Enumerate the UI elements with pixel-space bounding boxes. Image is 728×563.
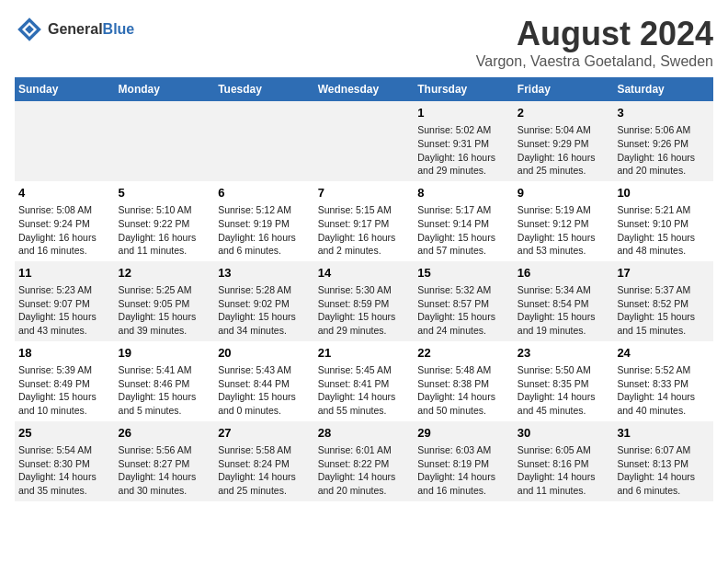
calendar-cell: 24Sunrise: 5:52 AMSunset: 8:33 PMDayligh… (613, 341, 713, 421)
col-tuesday: Tuesday (214, 77, 314, 101)
calendar-week-row: 4Sunrise: 5:08 AMSunset: 9:24 PMDaylight… (15, 181, 713, 261)
calendar-cell (115, 101, 215, 181)
col-monday: Monday (115, 77, 215, 101)
calendar-cell: 11Sunrise: 5:23 AMSunset: 9:07 PMDayligh… (15, 261, 115, 341)
calendar-cell: 18Sunrise: 5:39 AMSunset: 8:49 PMDayligh… (15, 341, 115, 421)
day-number: 3 (617, 105, 710, 121)
calendar-cell: 14Sunrise: 5:30 AMSunset: 8:59 PMDayligh… (314, 261, 415, 341)
day-number: 6 (218, 185, 311, 201)
day-info: Sunrise: 6:05 AMSunset: 8:16 PMDaylight:… (518, 443, 610, 498)
calendar-cell: 21Sunrise: 5:45 AMSunset: 8:41 PMDayligh… (314, 341, 415, 421)
calendar-cell: 5Sunrise: 5:10 AMSunset: 9:22 PMDaylight… (115, 181, 215, 261)
calendar-cell: 19Sunrise: 5:41 AMSunset: 8:46 PMDayligh… (115, 341, 215, 421)
col-friday: Friday (514, 77, 614, 101)
day-number: 10 (617, 185, 710, 201)
day-number: 16 (518, 265, 610, 282)
page-subtitle: Vargon, Vaestra Goetaland, Sweden (476, 53, 713, 70)
calendar-cell: 6Sunrise: 5:12 AMSunset: 9:19 PMDaylight… (214, 181, 314, 261)
day-info: Sunrise: 6:07 AMSunset: 8:13 PMDaylight:… (617, 443, 710, 498)
day-number: 15 (417, 265, 510, 282)
day-info: Sunrise: 6:03 AMSunset: 8:19 PMDaylight:… (417, 443, 510, 498)
day-info: Sunrise: 5:06 AMSunset: 9:26 PMDaylight:… (617, 123, 710, 178)
day-info: Sunrise: 5:08 AMSunset: 9:24 PMDaylight:… (18, 203, 111, 258)
day-info: Sunrise: 5:48 AMSunset: 8:38 PMDaylight:… (417, 363, 510, 418)
day-info: Sunrise: 5:23 AMSunset: 9:07 PMDaylight:… (18, 283, 111, 338)
logo: GeneralBlue (15, 15, 134, 44)
day-info: Sunrise: 5:10 AMSunset: 9:22 PMDaylight:… (119, 203, 211, 258)
day-info: Sunrise: 5:50 AMSunset: 8:35 PMDaylight:… (518, 363, 610, 418)
day-info: Sunrise: 5:19 AMSunset: 9:12 PMDaylight:… (518, 203, 610, 258)
day-info: Sunrise: 5:45 AMSunset: 8:41 PMDaylight:… (318, 363, 411, 418)
calendar-cell: 30Sunrise: 6:05 AMSunset: 8:16 PMDayligh… (514, 421, 614, 501)
calendar-cell: 7Sunrise: 5:15 AMSunset: 9:17 PMDaylight… (314, 181, 415, 261)
calendar-cell: 20Sunrise: 5:43 AMSunset: 8:44 PMDayligh… (214, 341, 314, 421)
calendar-cell: 9Sunrise: 5:19 AMSunset: 9:12 PMDaylight… (514, 181, 614, 261)
calendar-cell: 13Sunrise: 5:28 AMSunset: 9:02 PMDayligh… (214, 261, 314, 341)
calendar-table: Sunday Monday Tuesday Wednesday Thursday… (15, 77, 713, 501)
day-number: 14 (318, 265, 411, 282)
calendar-week-row: 11Sunrise: 5:23 AMSunset: 9:07 PMDayligh… (15, 261, 713, 341)
calendar-cell: 27Sunrise: 5:58 AMSunset: 8:24 PMDayligh… (214, 421, 314, 501)
day-number: 7 (318, 185, 411, 201)
calendar-cell: 28Sunrise: 6:01 AMSunset: 8:22 PMDayligh… (314, 421, 415, 501)
day-info: Sunrise: 5:58 AMSunset: 8:24 PMDaylight:… (218, 443, 311, 498)
day-info: Sunrise: 5:56 AMSunset: 8:27 PMDaylight:… (119, 443, 211, 498)
day-number: 22 (417, 345, 510, 362)
calendar-cell: 26Sunrise: 5:56 AMSunset: 8:27 PMDayligh… (115, 421, 215, 501)
page-header: GeneralBlue August 2024 Vargon, Vaestra … (15, 15, 713, 70)
day-number: 19 (119, 345, 211, 362)
day-number: 30 (518, 425, 610, 442)
day-info: Sunrise: 5:37 AMSunset: 8:52 PMDaylight:… (617, 283, 710, 338)
calendar-cell: 2Sunrise: 5:04 AMSunset: 9:29 PMDaylight… (514, 101, 614, 181)
day-number: 26 (119, 425, 211, 442)
calendar-cell: 23Sunrise: 5:50 AMSunset: 8:35 PMDayligh… (514, 341, 614, 421)
calendar-header-row: Sunday Monday Tuesday Wednesday Thursday… (15, 77, 713, 101)
day-info: Sunrise: 5:54 AMSunset: 8:30 PMDaylight:… (18, 443, 111, 498)
day-number: 18 (18, 345, 111, 362)
day-number: 8 (417, 185, 510, 201)
calendar-cell: 12Sunrise: 5:25 AMSunset: 9:05 PMDayligh… (115, 261, 215, 341)
day-number: 2 (518, 105, 610, 121)
day-info: Sunrise: 5:43 AMSunset: 8:44 PMDaylight:… (218, 363, 311, 418)
calendar-cell (314, 101, 415, 181)
day-number: 28 (318, 425, 411, 442)
day-number: 1 (417, 105, 510, 121)
day-number: 5 (119, 185, 211, 201)
day-info: Sunrise: 5:04 AMSunset: 9:29 PMDaylight:… (518, 123, 610, 178)
day-number: 9 (518, 185, 610, 201)
col-thursday: Thursday (414, 77, 514, 101)
calendar-cell: 1Sunrise: 5:02 AMSunset: 9:31 PMDaylight… (414, 101, 514, 181)
calendar-week-row: 1Sunrise: 5:02 AMSunset: 9:31 PMDaylight… (15, 101, 713, 181)
day-number: 20 (218, 345, 311, 362)
day-number: 25 (18, 425, 111, 442)
day-number: 24 (617, 345, 710, 362)
calendar-week-row: 25Sunrise: 5:54 AMSunset: 8:30 PMDayligh… (15, 421, 713, 501)
day-number: 21 (318, 345, 411, 362)
day-number: 29 (417, 425, 510, 442)
col-wednesday: Wednesday (314, 77, 415, 101)
day-number: 31 (617, 425, 710, 442)
day-info: Sunrise: 5:30 AMSunset: 8:59 PMDaylight:… (318, 283, 411, 338)
day-info: Sunrise: 5:41 AMSunset: 8:46 PMDaylight:… (119, 363, 211, 418)
day-number: 23 (518, 345, 610, 362)
day-info: Sunrise: 5:17 AMSunset: 9:14 PMDaylight:… (417, 203, 510, 258)
calendar-cell: 25Sunrise: 5:54 AMSunset: 8:30 PMDayligh… (15, 421, 115, 501)
day-number: 12 (119, 265, 211, 282)
calendar-cell: 31Sunrise: 6:07 AMSunset: 8:13 PMDayligh… (613, 421, 713, 501)
col-sunday: Sunday (15, 77, 115, 101)
day-number: 27 (218, 425, 311, 442)
calendar-cell (15, 101, 115, 181)
day-number: 17 (617, 265, 710, 282)
col-saturday: Saturday (613, 77, 713, 101)
calendar-cell: 3Sunrise: 5:06 AMSunset: 9:26 PMDaylight… (613, 101, 713, 181)
calendar-cell: 29Sunrise: 6:03 AMSunset: 8:19 PMDayligh… (414, 421, 514, 501)
day-number: 11 (18, 265, 111, 282)
page-title: August 2024 (476, 15, 713, 53)
day-info: Sunrise: 5:52 AMSunset: 8:33 PMDaylight:… (617, 363, 710, 418)
calendar-cell: 22Sunrise: 5:48 AMSunset: 8:38 PMDayligh… (414, 341, 514, 421)
day-info: Sunrise: 5:39 AMSunset: 8:49 PMDaylight:… (18, 363, 111, 418)
day-info: Sunrise: 5:32 AMSunset: 8:57 PMDaylight:… (417, 283, 510, 338)
title-block: August 2024 Vargon, Vaestra Goetaland, S… (476, 15, 713, 70)
calendar-cell: 10Sunrise: 5:21 AMSunset: 9:10 PMDayligh… (613, 181, 713, 261)
day-info: Sunrise: 5:34 AMSunset: 8:54 PMDaylight:… (518, 283, 610, 338)
